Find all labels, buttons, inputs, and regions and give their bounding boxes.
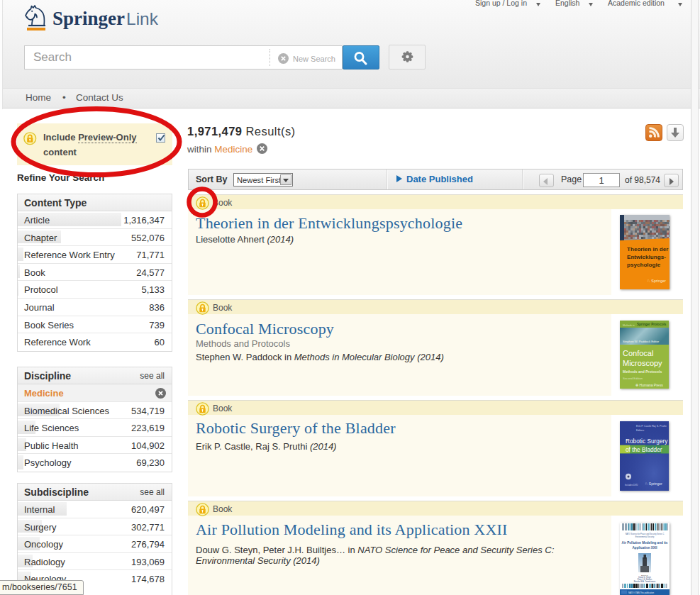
svg-text:of the Bladder: of the Bladder — [626, 446, 662, 453]
svg-text:♘ Springer: ♘ Springer — [647, 279, 666, 283]
svg-text:NATO Science for Peace and Sec: NATO Science for Peace and Security Seri… — [626, 533, 665, 535]
svg-text:Environmental Security: Environmental Security — [635, 535, 655, 538]
svg-text:Methods and Protocols: Methods and Protocols — [623, 369, 662, 374]
svg-text:Second Edition: Second Edition — [623, 377, 643, 380]
svg-text:Confocal: Confocal — [623, 349, 653, 357]
svg-text:♘ Springer: ♘ Springer — [645, 482, 662, 486]
svg-text:Stephen W. Paddock Editor: Stephen W. Paddock Editor — [623, 340, 660, 343]
svg-text:Springer Protocols: Springer Protocols — [637, 323, 667, 326]
svg-text:Microscopy: Microscopy — [623, 359, 662, 367]
svg-text:Erik P. Castle Raj S. Pruthi: Erik P. Castle Raj S. Pruthi — [636, 425, 667, 428]
svg-text:Renske M.A. Timmermans: Renske M.A. Timmermans — [634, 580, 656, 583]
svg-text:Air Pollution Modeling and its: Air Pollution Modeling and its — [622, 541, 668, 545]
svg-text:Robotic Surgery: Robotic Surgery — [626, 437, 668, 444]
svg-text:❉ Humana Press: ❉ Humana Press — [635, 383, 663, 387]
svg-text:Application XXII: Application XXII — [633, 546, 657, 550]
svg-text:Methods in: Methods in — [623, 324, 635, 327]
svg-text:Editors: Editors — [636, 429, 644, 432]
svg-text:Theorien in der: Theorien in der — [627, 246, 669, 252]
svg-text:Includes DVD: Includes DVD — [625, 484, 638, 486]
svg-text:NATO OTAN This publication: NATO OTAN This publication — [628, 591, 654, 594]
svg-text:psychologie: psychologie — [627, 262, 661, 268]
svg-text:Entwicklungs-: Entwicklungs- — [627, 254, 666, 260]
